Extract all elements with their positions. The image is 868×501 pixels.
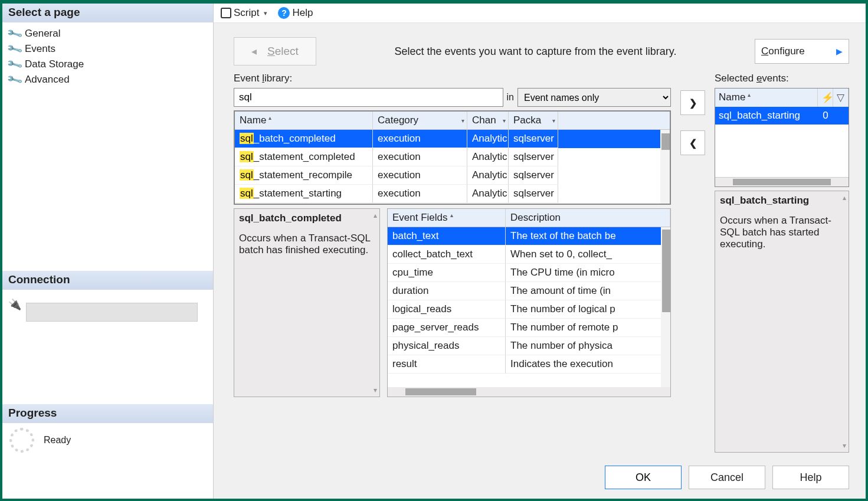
transfer-buttons: ❯ ❮: [680, 73, 705, 453]
mid-area: Event library: in Event names only Name▴…: [234, 73, 849, 453]
configure-label: Configure: [761, 45, 805, 57]
progress-header: Progress: [2, 404, 213, 423]
fields-hscroll-thumb[interactable]: [405, 388, 476, 395]
selected-body: sql_batch_starting0: [715, 107, 849, 177]
library-grid[interactable]: Name▴ Category▾ Chan▾ Packa▾ sql_batch_c…: [234, 110, 671, 205]
content-area: ◂ Select Select the events you want to c…: [214, 23, 866, 457]
field-row[interactable]: logical_readsThe number of logical p: [388, 300, 670, 319]
page-item-general[interactable]: 🔧 General: [8, 26, 211, 41]
selected-hscroll-thumb[interactable]: [733, 179, 831, 185]
spinner-icon: [9, 428, 34, 453]
configure-button[interactable]: Configure ▶: [755, 39, 849, 64]
selected-desc-body: Occurs when a Transact-SQL batch has sta…: [720, 215, 844, 250]
selected-hscroll[interactable]: [715, 177, 849, 186]
field-row[interactable]: collect_batch_textWhen set to 0, collect…: [388, 245, 670, 264]
selected-column: Selected events: Name▴ ⚡ ▽ sql_batch_sta…: [715, 73, 849, 453]
fields-body: batch_textThe text of the batch becollec…: [388, 227, 670, 387]
caret-right-icon: ▶: [836, 47, 843, 56]
col-package[interactable]: Packa▾: [509, 112, 558, 129]
fields-hscroll[interactable]: [388, 387, 670, 397]
help-button[interactable]: Help: [772, 466, 849, 489]
back-select-button[interactable]: ◂ Select: [234, 37, 316, 66]
remove-event-button[interactable]: ❮: [680, 130, 705, 155]
wrench-icon: 🔧: [6, 40, 24, 58]
plug-icon: 🔌: [8, 298, 21, 311]
add-event-button[interactable]: ❯: [680, 90, 705, 115]
selected-header: Name▴ ⚡ ▽: [715, 89, 849, 107]
field-row[interactable]: page_server_readsThe number of remote p: [388, 319, 670, 337]
library-search-input[interactable]: [234, 88, 503, 107]
page-item-label: Advanced: [25, 74, 70, 86]
scroll-down-icon[interactable]: ▾: [843, 441, 846, 450]
caret-left-icon: ◂: [251, 45, 257, 58]
wrench-icon: 🔧: [6, 55, 24, 73]
page-item-label: Data Storage: [25, 58, 84, 70]
right-panel: Script ? Help ◂ Select Select the events…: [214, 4, 866, 499]
field-row[interactable]: batch_textThe text of the batch be: [388, 227, 670, 245]
wrench-icon: 🔧: [6, 71, 24, 89]
scroll-up-icon[interactable]: ▴: [374, 211, 377, 220]
search-scope-select[interactable]: Event names only: [517, 88, 671, 107]
instruction-text: Select the events you want to capture fr…: [326, 45, 745, 58]
event-desc-body: Occurs when a Transact-SQL batch has fin…: [239, 233, 375, 256]
col-event-fields[interactable]: Event Fields▴: [388, 209, 506, 227]
library-row[interactable]: sql_batch_completedexecutionAnalyticsqls…: [235, 130, 670, 148]
ok-button[interactable]: OK: [605, 466, 682, 489]
select-page-header: Select a page: [2, 4, 213, 22]
script-button[interactable]: Script: [217, 6, 271, 20]
library-label: Event library:: [234, 73, 671, 84]
col-channel[interactable]: Chan▾: [467, 112, 509, 129]
scroll-up-icon[interactable]: ▴: [843, 194, 846, 202]
col-description[interactable]: Description: [506, 209, 670, 227]
script-label: Script: [234, 7, 259, 19]
selected-description-box: ▴ sql_batch_starting Occurs when a Trans…: [715, 191, 849, 453]
script-icon: [221, 8, 231, 18]
chevron-left-icon: ❮: [689, 137, 697, 149]
grid-scrollbar[interactable]: [660, 130, 670, 204]
library-grid-header: Name▴ Category▾ Chan▾ Packa▾: [235, 112, 670, 130]
page-item-label: General: [25, 28, 60, 40]
fields-grid[interactable]: Event Fields▴ Description batch_textThe …: [387, 208, 671, 397]
field-row[interactable]: physical_readsThe number of physica: [388, 337, 670, 355]
search-row: in Event names only: [234, 88, 671, 107]
library-row[interactable]: sql_statement_completedexecutionAnalytic…: [235, 148, 670, 166]
left-panel: Select a page 🔧 General 🔧 Events 🔧 Data …: [2, 4, 214, 499]
page-list: 🔧 General 🔧 Events 🔧 Data Storage 🔧 Adva…: [2, 22, 213, 90]
select-label: Select: [267, 45, 299, 58]
page-item-advanced[interactable]: 🔧 Advanced: [8, 72, 211, 87]
detail-row: ▴ sql_batch_completed Occurs when a Tran…: [234, 208, 671, 397]
fields-scrollbar[interactable]: [661, 227, 670, 387]
progress-status: Ready: [44, 435, 71, 446]
progress-area: Ready: [2, 423, 213, 457]
connection-box[interactable]: [26, 303, 198, 322]
page-item-data-storage[interactable]: 🔧 Data Storage: [8, 57, 211, 72]
library-row[interactable]: sql_statement_recompileexecutionAnalytic…: [235, 166, 670, 185]
toolbar: Script ? Help: [214, 4, 866, 23]
in-label: in: [507, 92, 514, 103]
selected-row[interactable]: sql_batch_starting0: [715, 107, 849, 125]
library-row[interactable]: sql_statement_startingexecutionAnalytics…: [235, 185, 670, 203]
help-button[interactable]: ? Help: [274, 6, 316, 20]
field-row[interactable]: resultIndicates the execution: [388, 355, 670, 374]
page-item-events[interactable]: 🔧 Events: [8, 41, 211, 57]
scroll-down-icon[interactable]: ▾: [374, 386, 377, 394]
lightning-icon[interactable]: ⚡: [818, 89, 833, 107]
fields-scroll-thumb[interactable]: [662, 230, 670, 312]
sel-col-name[interactable]: Name▴: [715, 89, 818, 107]
field-row[interactable]: durationThe amount of time (in: [388, 282, 670, 300]
top-row: ◂ Select Select the events you want to c…: [234, 37, 849, 66]
wrench-icon: 🔧: [6, 25, 24, 42]
library-column: Event library: in Event names only Name▴…: [234, 73, 671, 453]
page-item-label: Events: [25, 43, 55, 55]
col-name[interactable]: Name▴: [235, 112, 373, 129]
selected-label: Selected events:: [715, 73, 849, 84]
event-description-box: ▴ sql_batch_completed Occurs when a Tran…: [234, 208, 380, 397]
selected-grid[interactable]: Name▴ ⚡ ▽ sql_batch_starting0: [715, 88, 849, 187]
event-desc-title: sql_batch_completed: [239, 212, 375, 224]
field-row[interactable]: cpu_timeThe CPU time (in micro: [388, 264, 670, 282]
connection-header: Connection: [2, 271, 213, 290]
grid-scroll-thumb[interactable]: [661, 133, 670, 150]
col-category[interactable]: Category▾: [373, 112, 467, 129]
cancel-button[interactable]: Cancel: [689, 466, 765, 489]
filter-icon[interactable]: ▽: [833, 89, 849, 107]
